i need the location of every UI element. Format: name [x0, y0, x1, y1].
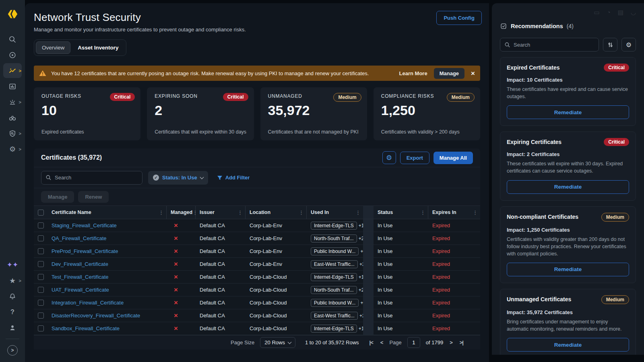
certificate-name-link[interactable]: UAT_Firewall_Certificate — [52, 287, 109, 293]
row-checkbox[interactable] — [38, 248, 44, 254]
add-filter-button[interactable]: Add Filter — [217, 175, 250, 181]
column-menu-icon[interactable]: ⋮ — [237, 210, 243, 216]
status-cell: In Use — [374, 309, 428, 322]
table-scrollbar[interactable] — [363, 296, 374, 309]
row-checkbox[interactable] — [38, 287, 44, 293]
table-scrollbar[interactable] — [363, 245, 374, 257]
ai-copilot-icon[interactable]: ✦✦ — [3, 257, 22, 272]
alerts-siren-icon[interactable]: > — [3, 95, 22, 109]
select-all-checkbox[interactable] — [38, 210, 44, 216]
stat-value: 1,250 — [381, 103, 473, 118]
filter-sliders-icon[interactable] — [603, 38, 617, 51]
prev-page-icon[interactable]: < — [380, 339, 384, 346]
table-scrollbar[interactable] — [363, 258, 374, 270]
export-button[interactable]: Export — [400, 152, 429, 164]
push-config-button[interactable]: Push Config — [436, 11, 482, 25]
table-scrollbar[interactable] — [363, 284, 374, 296]
table-row[interactable]: DisasterRecovery_Firewall_Certificate × … — [34, 309, 480, 322]
settings-gear-icon[interactable]: ⚙ — [621, 38, 636, 51]
column-header-status[interactable]: Status⋮ — [374, 206, 428, 219]
column-menu-icon[interactable]: ⋮ — [299, 210, 304, 216]
target-icon[interactable] — [3, 47, 22, 62]
search-input[interactable] — [55, 175, 138, 181]
table-scrollbar[interactable] — [363, 232, 374, 245]
first-page-icon[interactable]: |< — [369, 339, 374, 346]
manage-button[interactable]: Manage — [41, 191, 74, 203]
table-row[interactable]: Staging_Firewall_Certificate × Default C… — [34, 219, 480, 232]
table-scrollbar[interactable] — [363, 309, 374, 322]
settings-gear-icon[interactable]: ⚙ > — [3, 142, 22, 156]
table-scrollbar[interactable] — [363, 206, 374, 219]
banner-manage-button[interactable]: Manage — [434, 68, 464, 79]
table-row[interactable]: QA_Firewall_Certificate × Default CA Cor… — [34, 232, 480, 245]
notifications-bell-icon[interactable] — [3, 289, 22, 304]
next-page-icon[interactable]: > — [449, 339, 453, 346]
column-header-issuer[interactable]: Issuer⋮ — [196, 206, 246, 219]
row-checkbox[interactable] — [38, 222, 44, 228]
discover-binoculars-icon[interactable] — [3, 110, 22, 125]
favorites-star-icon[interactable]: ★ > — [3, 273, 22, 288]
table-row[interactable]: Test_Firewall_Certificate × Default CA C… — [34, 271, 480, 284]
status-filter-chip[interactable]: ✓ Status: In Use — [148, 171, 208, 185]
certificate-name-link[interactable]: Dev_Firewall_Certificate — [52, 261, 108, 267]
row-checkbox[interactable] — [38, 235, 44, 241]
column-menu-icon[interactable]: ⋮ — [159, 210, 164, 216]
expand-rail-icon[interactable]: > — [3, 343, 22, 358]
column-menu-icon[interactable]: ⋮ — [355, 210, 361, 216]
certificate-name-link[interactable]: QA_Firewall_Certificate — [52, 235, 107, 241]
certificate-name-link[interactable]: Sandbox_Firewall_Certificate — [52, 325, 120, 331]
renew-button[interactable]: Renew — [78, 191, 109, 203]
sidebar-item-network-security[interactable]: > — [3, 63, 22, 78]
certificate-name-link[interactable]: PreProd_Firewall_Certificate — [52, 248, 118, 254]
column-header-expires-in[interactable]: Expires In⋮ — [428, 206, 480, 219]
remediate-button[interactable]: Remediate — [507, 105, 629, 119]
search-icon[interactable] — [3, 32, 22, 47]
table-row[interactable]: Sandbox_Firewall_Certificate × Default C… — [34, 322, 480, 335]
profile-icon[interactable] — [3, 320, 22, 335]
tab-asset-inventory[interactable]: Asset Inventory — [72, 42, 124, 53]
dashboard-icon[interactable] — [3, 79, 22, 94]
certificates-search-input[interactable] — [41, 171, 142, 185]
table-settings-gear-button[interactable]: ⚙ — [382, 151, 396, 164]
policy-shield-icon[interactable]: > — [3, 126, 22, 141]
remediate-button[interactable]: Remediate — [507, 180, 629, 194]
stat-card-outage-risks: OUTAGE RISKS Critical 10 Expired certifi… — [34, 87, 140, 140]
search-input[interactable] — [514, 42, 594, 48]
table-scrollbar[interactable] — [363, 219, 374, 232]
close-icon[interactable]: × — [471, 70, 475, 77]
row-checkbox[interactable] — [38, 274, 44, 280]
row-checkbox[interactable] — [38, 325, 44, 331]
check-circle-icon: ✓ — [153, 175, 159, 181]
row-checkbox[interactable] — [38, 300, 44, 306]
tab-overview[interactable]: Overview — [36, 41, 70, 54]
remediate-button[interactable]: Remediate — [507, 338, 629, 352]
table-row[interactable]: UAT_Firewall_Certificate × Default CA Co… — [34, 284, 480, 296]
table-scrollbar[interactable] — [363, 271, 374, 283]
brand-logo[interactable] — [6, 8, 19, 22]
table-row[interactable]: Dev_Firewall_Certificate × Default CA Co… — [34, 258, 480, 271]
learn-more-link[interactable]: Learn More — [399, 70, 427, 76]
column-header-managed[interactable]: Managed⋮ — [167, 206, 196, 219]
stat-card-compliance-risks: COMPLIANCE RISKS Medium 1,250 Certificat… — [374, 87, 480, 140]
table-row[interactable]: Integration_Firewall_Certificate × Defau… — [34, 296, 480, 309]
manage-all-button[interactable]: Manage All — [433, 152, 473, 164]
certificate-name-link[interactable]: Staging_Firewall_Certificate — [52, 222, 117, 228]
column-header-location[interactable]: Location⋮ — [246, 206, 307, 219]
column-header-used-in[interactable]: Used In⋮ — [307, 206, 363, 219]
page-size-dropdown[interactable]: 20 Rows — [260, 337, 295, 348]
last-page-icon[interactable]: >| — [459, 339, 464, 346]
column-header-certificate-name[interactable]: Certificate Name⋮ — [47, 206, 167, 219]
column-menu-icon[interactable]: ⋮ — [473, 210, 478, 216]
certificate-name-link[interactable]: Test_Firewall_Certificate — [52, 274, 109, 280]
recommendations-search-input[interactable] — [500, 38, 599, 51]
row-checkbox[interactable] — [38, 261, 44, 267]
table-row[interactable]: PreProd_Firewall_Certificate × Default C… — [34, 245, 480, 258]
certificate-name-link[interactable]: DisasterRecovery_Firewall_Certificate — [52, 313, 140, 319]
column-menu-icon[interactable]: ⋮ — [420, 210, 425, 216]
certificate-name-link[interactable]: Integration_Firewall_Certificate — [52, 300, 124, 306]
row-checkbox[interactable] — [38, 313, 44, 319]
remediate-button[interactable]: Remediate — [507, 263, 629, 276]
page-number-input[interactable] — [407, 337, 420, 348]
table-scrollbar[interactable] — [363, 322, 374, 335]
help-icon[interactable]: ? — [3, 304, 22, 319]
